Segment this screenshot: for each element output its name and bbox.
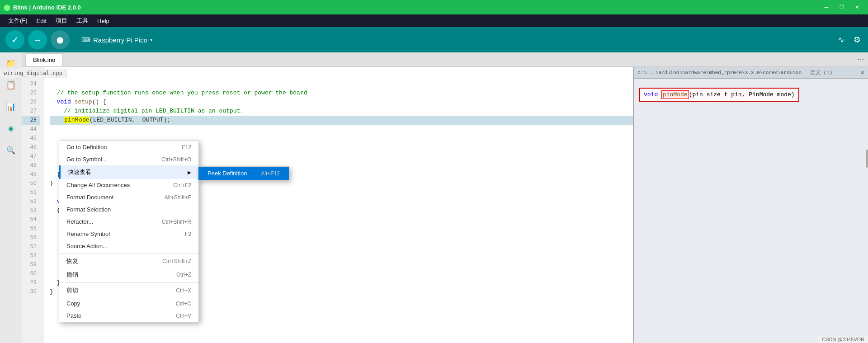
ctx-rename-symbol-label: Rename Symbol — [66, 230, 110, 237]
peek-params: (pin_size_t pin, PinMode mode) — [689, 91, 795, 98]
ctx-quick-view-arrow: ▶ — [188, 170, 191, 175]
toolbar-right: ∿ ⚙ — [836, 33, 863, 47]
ctx-cut[interactable]: 剪切 Ctrl+X — [59, 284, 198, 297]
line-45: 45 — [22, 134, 40, 143]
ctx-divider-2 — [59, 282, 198, 283]
line-25: 25 — [22, 89, 40, 98]
line-59: 59 — [22, 260, 40, 269]
peek-content: void pinMode(pin_size_t pin, PinMode mod… — [634, 79, 868, 105]
sidebar-debug-icon[interactable]: ◉ — [4, 121, 18, 136]
window-controls: ─ ❐ ✕ — [819, 1, 864, 14]
usb-icon: ⌨ — [81, 36, 90, 43]
submenu-peek-definition-label: Peek Definition — [208, 170, 247, 177]
ctx-redo-shortcut: Ctrl+Shift+Z — [162, 258, 191, 264]
tab-more[interactable]: ⋯ — [857, 55, 864, 64]
line-52: 52 — [22, 197, 40, 206]
ctx-refactor[interactable]: Refactor... Ctrl+Shift+R — [59, 216, 198, 228]
ctx-copy-label: Copy — [66, 300, 80, 307]
menu-edit[interactable]: Edit — [32, 16, 51, 26]
ctx-format-doc[interactable]: Format Document Alt+Shift+F — [59, 191, 198, 203]
file-label-overlay: wiring_digital.cpp — [0, 69, 66, 78]
menubar: 文件(F) Edit 项目 工具 Help — [0, 14, 868, 27]
line-48: 48 — [22, 161, 40, 170]
line-46: 46 — [22, 143, 40, 152]
ctx-change-occurrences-shortcut: Ctrl+F2 — [173, 182, 191, 188]
ctx-copy[interactable]: Copy Ctrl+C — [59, 297, 198, 310]
ctx-change-occurrences[interactable]: Change All Occurrences Ctrl+F2 — [59, 179, 198, 191]
title-text: ⬤ Blink | Arduino IDE 2.0.0 — [4, 4, 81, 11]
sidebar-boards-icon[interactable]: 📋 — [4, 78, 18, 92]
ctx-format-selection[interactable]: Format Selection — [59, 203, 198, 216]
peek-definition-box: void pinMode(pin_size_t pin, PinMode mod… — [639, 88, 799, 102]
board-name: Raspberry Pi Pico — [93, 36, 147, 44]
close-button[interactable]: ✕ — [850, 1, 864, 14]
peek-function-name: pinMode — [661, 90, 689, 99]
settings-button[interactable]: ⚙ — [852, 33, 863, 47]
menu-file[interactable]: 文件(F) — [4, 15, 32, 27]
menu-tools[interactable]: 工具 — [72, 15, 93, 27]
ctx-goto-definition-label: Go to Definition — [66, 144, 107, 150]
line-47: 47 — [22, 152, 40, 161]
titlebar: ⬤ Blink | Arduino IDE 2.0.0 ─ ❐ ✕ — [0, 0, 868, 14]
debug-button[interactable]: ⬤ — [51, 30, 70, 49]
submenu-panel: Peek Definition Alt+F12 — [198, 166, 289, 180]
line-24: 24 — [22, 80, 40, 89]
ctx-format-doc-label: Format Document — [66, 194, 113, 201]
upload-button[interactable]: → — [28, 30, 47, 49]
ctx-goto-definition[interactable]: Go to Definition F12 — [59, 141, 198, 153]
line-54: 54 — [22, 215, 40, 224]
tab-blink[interactable]: Blink.ino — [25, 53, 63, 66]
peek-close-button[interactable]: ✕ — [861, 69, 864, 76]
verify-button[interactable]: ✓ — [5, 30, 24, 49]
peek-definition-panel: c:\...\arduino\hardware\mbed_rp2040\3.3.… — [633, 67, 868, 343]
ctx-rename-symbol[interactable]: Rename Symbol F2 — [59, 228, 198, 240]
editor-tabs: Blink.ino ⋯ — [22, 52, 868, 67]
menu-project[interactable]: 项目 — [51, 15, 72, 27]
ctx-source-action-label: Source Action... — [66, 243, 108, 249]
file-label-text: wiring_digital.cpp — [4, 70, 62, 76]
board-selector[interactable]: ⌨ Raspberry Pi Pico ▾ — [77, 33, 157, 47]
ctx-undo-label: 撤销 — [66, 271, 78, 279]
line-53: 53 — [22, 206, 40, 215]
ctx-undo[interactable]: 撤销 Ctrl+Z — [59, 268, 198, 282]
line-numbers: 23 24 25 26 27 28 44 45 46 47 48 49 50 5… — [22, 67, 44, 343]
sidebar: 📁 📋 📊 ◉ 🔍 — [0, 52, 22, 343]
peek-scrollbar[interactable] — [866, 150, 868, 168]
context-menu: Go to Definition F12 Go to Symbol... Ctr… — [59, 141, 199, 322]
ctx-format-doc-shortcut: Alt+Shift+F — [165, 194, 191, 201]
line-44: 44 — [22, 125, 40, 134]
ctx-format-selection-label: Format Selection — [66, 206, 111, 213]
ctx-goto-definition-shortcut: F12 — [182, 144, 191, 150]
ctx-goto-symbol[interactable]: Go to Symbol... Ctrl+Shift+O — [59, 153, 198, 165]
line-27: 27 — [22, 107, 40, 116]
statusbar-text: CSDN @2345VOR — [822, 337, 864, 342]
ctx-undo-shortcut: Ctrl+Z — [176, 272, 191, 278]
submenu-peek-definition-shortcut: Alt+F12 — [261, 170, 280, 177]
sidebar-search-icon[interactable]: 🔍 — [4, 143, 18, 157]
peek-return-type: void — [644, 91, 661, 98]
ctx-rename-symbol-shortcut: F2 — [185, 231, 191, 237]
ctx-quick-view[interactable]: 快速查看 ▶ — [59, 165, 198, 179]
sidebar-library-icon[interactable]: 📊 — [4, 99, 18, 114]
ctx-divider-1 — [59, 253, 198, 254]
toolbar: ✓ → ⬤ ⌨ Raspberry Pi Pico ▾ ∿ ⚙ — [0, 27, 868, 52]
ctx-paste[interactable]: Paste Ctrl+V — [59, 310, 198, 322]
ctx-quick-view-label: 快速查看 — [68, 168, 91, 176]
ctx-goto-symbol-label: Go to Symbol... — [66, 156, 107, 163]
main-area: 📁 📋 📊 ◉ 🔍 Blink.ino ⋯ 23 24 25 26 27 28 … — [0, 52, 868, 343]
waveform-button[interactable]: ∿ — [836, 33, 846, 47]
minimize-button[interactable]: ─ — [819, 1, 834, 14]
ctx-paste-shortcut: Ctrl+V — [176, 313, 191, 319]
ctx-source-action[interactable]: Source Action... — [59, 240, 198, 252]
maximize-button[interactable]: ❐ — [835, 1, 849, 14]
line-29b: 29 — [22, 278, 40, 287]
ctx-change-occurrences-label: Change All Occurrences — [66, 182, 130, 188]
line-56: 56 — [22, 233, 40, 242]
line-51: 51 — [22, 188, 40, 197]
line-50: 50 — [22, 179, 40, 188]
menu-help[interactable]: Help — [93, 16, 114, 26]
line-57: 57 — [22, 242, 40, 251]
window-title: Blink | Arduino IDE 2.0.0 — [13, 4, 81, 11]
submenu-peek-definition[interactable]: Peek Definition Alt+F12 — [198, 167, 289, 180]
ctx-redo[interactable]: 恢复 Ctrl+Shift+Z — [59, 254, 198, 268]
